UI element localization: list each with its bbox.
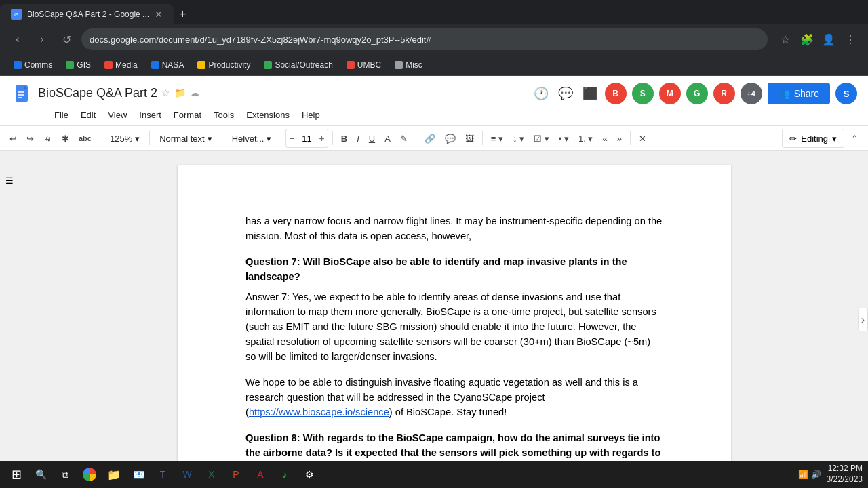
intro-paragraph: has a very narrow focus and narrow fligh…	[245, 214, 663, 243]
bookmark-media[interactable]: Media	[99, 58, 143, 72]
image-btn[interactable]: 🖼	[461, 129, 478, 148]
extensions-btn[interactable]: 🧩	[797, 30, 816, 49]
underline-btn[interactable]: U	[365, 129, 379, 148]
taskbar-powerpoint[interactable]: P	[225, 464, 247, 485]
docs-logo-svg	[14, 83, 30, 104]
bookmark-umbc[interactable]: UMBC	[341, 58, 387, 72]
spell-check-btn[interactable]: abc	[75, 129, 96, 148]
bookmark-nasa[interactable]: NASA	[146, 58, 190, 72]
taskbar-settings[interactable]: ⚙	[298, 464, 320, 485]
indent-less-btn[interactable]: «	[598, 129, 611, 148]
clock[interactable]: 12:32 PM 3/22/2023	[827, 464, 863, 485]
style-select[interactable]: Normal text ▾	[154, 129, 217, 148]
active-tab[interactable]: G BioSCape Q&A Part 2 - Google ... ✕	[0, 4, 174, 24]
menu-insert[interactable]: Insert	[134, 107, 167, 123]
indent-more-btn[interactable]: »	[613, 129, 626, 148]
bookmark-productivity[interactable]: Productivity	[192, 58, 256, 72]
bookmarks-bar: Comms GIS Media NASA Productivity Social…	[0, 54, 868, 76]
menu-extensions[interactable]: Extensions	[241, 107, 295, 123]
reload-button[interactable]: ↺	[57, 30, 76, 49]
bookmark-social[interactable]: Social/Outreach	[258, 58, 338, 72]
forward-button[interactable]: ›	[33, 30, 52, 49]
taskbar-explorer[interactable]: 📁	[103, 464, 125, 485]
taskbar-teams[interactable]: T	[152, 464, 174, 485]
bookmark-gis[interactable]: GIS	[60, 58, 96, 72]
new-tab-button[interactable]: +	[174, 5, 192, 24]
star-icon[interactable]: ☆	[161, 87, 170, 98]
user-avatar[interactable]: S	[835, 83, 857, 104]
address-input[interactable]	[81, 28, 768, 50]
menu-help[interactable]: Help	[296, 107, 326, 123]
menu-edit[interactable]: Edit	[75, 107, 101, 123]
avatar-r[interactable]: R	[713, 83, 735, 104]
taskbar-outlook[interactable]: 📧	[127, 464, 149, 485]
taskbar-acrobat[interactable]: A	[250, 464, 271, 485]
font-select[interactable]: Helvet... ▾	[226, 129, 277, 148]
docs-title[interactable]: BioSCape Q&A Part 2	[38, 86, 157, 100]
account-btn[interactable]: 👤	[819, 30, 838, 49]
history-btn[interactable]: 🕐	[532, 84, 551, 103]
align-btn[interactable]: ≡ ▾	[487, 129, 507, 148]
highlight-btn[interactable]: ✎	[396, 129, 412, 148]
zoom-select[interactable]: 125% ▾	[104, 129, 145, 148]
back-button[interactable]: ‹	[8, 30, 27, 49]
increase-font-btn[interactable]: +	[317, 131, 328, 145]
present-btn[interactable]: ⬛	[580, 84, 599, 103]
avatar-g[interactable]: G	[686, 83, 708, 104]
menu-view[interactable]: View	[102, 107, 132, 123]
cloud-icon[interactable]: ☁	[190, 87, 199, 98]
menu-tools[interactable]: Tools	[208, 107, 239, 123]
search-button[interactable]: 🔍	[30, 464, 52, 485]
numbered-btn[interactable]: 1. ▾	[574, 129, 597, 148]
bookmark-comms-label: Comms	[24, 60, 52, 70]
undo-btn[interactable]: ↩	[5, 129, 21, 148]
menu-format[interactable]: Format	[168, 107, 207, 123]
q7-question-text: Question 7: Will BioSCape also be able t…	[245, 256, 627, 282]
taskbar-chrome[interactable]	[79, 464, 100, 485]
bookmark-comms[interactable]: Comms	[8, 58, 58, 72]
bullets-btn[interactable]: • ▾	[555, 129, 573, 148]
font-size-control[interactable]: − +	[285, 129, 328, 148]
avatar-s2[interactable]: S	[632, 83, 654, 104]
bioscape-link[interactable]: https://www.bioscape.io/science	[249, 407, 389, 418]
editing-button[interactable]: ✏ Editing ▾	[782, 129, 844, 148]
print-btn[interactable]: 🖨	[39, 129, 56, 148]
share-button[interactable]: 👥 Share	[768, 83, 830, 104]
avatar-extra[interactable]: +4	[741, 83, 762, 104]
line-spacing-btn[interactable]: ↕ ▾	[509, 129, 528, 148]
bookmark-misc[interactable]: Misc	[389, 58, 428, 72]
collapse-btn[interactable]: ⌃	[847, 129, 863, 148]
font-size-input[interactable]	[298, 134, 317, 144]
avatar-b[interactable]: B	[605, 83, 627, 104]
link-btn[interactable]: 🔗	[420, 129, 439, 148]
decrease-font-btn[interactable]: −	[286, 131, 297, 145]
checklist-btn[interactable]: ☑ ▾	[530, 129, 553, 148]
italic-btn[interactable]: I	[353, 129, 363, 148]
outline-icon[interactable]: ☰	[0, 165, 41, 197]
page-sidebar: ☰	[0, 165, 41, 474]
right-panel-toggle[interactable]: ›	[858, 314, 868, 326]
editing-label: Editing	[801, 134, 828, 144]
comment-btn[interactable]: 💬	[441, 129, 460, 148]
clear-format-btn[interactable]: ✕	[635, 129, 650, 148]
taskbar-spotify[interactable]: ♪	[274, 464, 296, 485]
menu-btn[interactable]: ⋮	[841, 30, 860, 49]
text-color-btn[interactable]: A	[380, 129, 395, 148]
paint-format-btn[interactable]: ✱	[58, 129, 73, 148]
taskbar-excel[interactable]: X	[201, 464, 222, 485]
move-icon[interactable]: 📁	[174, 87, 186, 98]
document-area[interactable]: ☰ has a very narrow focus and narrow fli…	[0, 151, 868, 488]
volume-icon[interactable]: 🔊	[811, 470, 821, 479]
avatar-m[interactable]: M	[659, 83, 681, 104]
task-view-btn[interactable]: ⧉	[54, 464, 76, 485]
tab-close-btn[interactable]: ✕	[155, 9, 163, 20]
bookmark-btn[interactable]: ☆	[776, 30, 795, 49]
taskbar-word[interactable]: W	[176, 464, 198, 485]
bold-btn[interactable]: B	[337, 129, 351, 148]
redo-btn[interactable]: ↪	[22, 129, 38, 148]
start-button[interactable]: ⊞	[5, 464, 27, 485]
bookmark-productivity-label: Productivity	[208, 60, 250, 70]
menu-file[interactable]: File	[49, 107, 74, 123]
comments-btn[interactable]: 💬	[556, 84, 575, 103]
network-icon[interactable]: 📶	[798, 470, 808, 479]
